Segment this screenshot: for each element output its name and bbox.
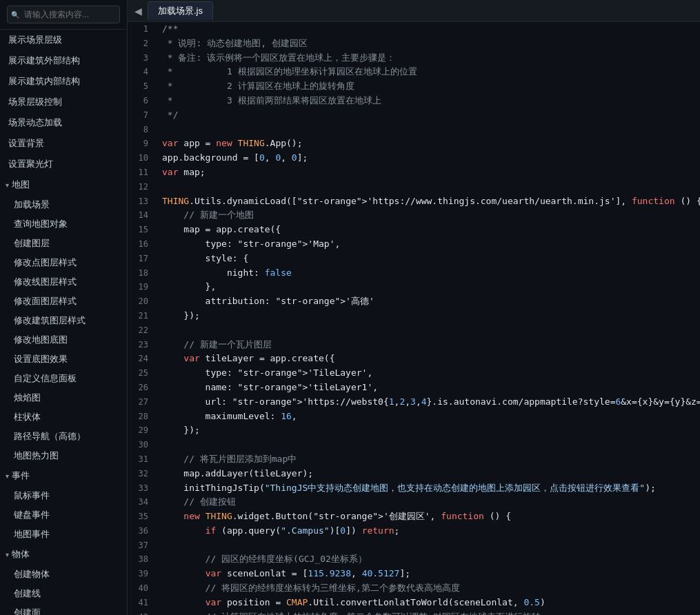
sidebar-item-show-building-interior[interactable]: 展示建筑内部结构 (0, 71, 127, 92)
sidebar-subitem-heatmap[interactable]: 烛焰图 (0, 388, 127, 407)
sidebar-subitem-create-face[interactable]: 创建面 (0, 603, 127, 615)
sidebar-subitem-modify-line-style[interactable]: 修改线图层样式 (0, 272, 127, 292)
line-number: 16 (128, 237, 155, 252)
line-number: 39 (128, 567, 155, 581)
sidebar-subitem-map-heatmap[interactable]: 地图热力图 (0, 446, 127, 465)
code-line-1: 1/** (128, 22, 700, 37)
sidebar-items: 展示场景层级展示建筑外部结构展示建筑内部结构场景层级控制场景动态加载设置背景设置… (0, 30, 127, 615)
line-number: 12 (128, 180, 155, 194)
code-line-30: 30 (128, 438, 700, 452)
sidebar-subitem-histogram[interactable]: 柱状体 (0, 407, 127, 427)
line-content (155, 323, 700, 338)
line-content: maximumLevel: 16, (155, 410, 700, 424)
line-content: // 园区的经纬度坐标(GCJ_02坐标系） (155, 552, 700, 567)
code-line-19: 19 }, (128, 280, 700, 294)
sidebar-subitem-set-map-effect[interactable]: 设置底图效果 (0, 350, 127, 369)
code-line-12: 12 (128, 180, 700, 194)
code-line-9: 9var app = new THING.App(); (128, 137, 700, 151)
line-content: // 新建一个地图 (155, 208, 700, 223)
line-number: 7 (128, 108, 155, 123)
sidebar-subitem-route-nav[interactable]: 路径导航（高德） (0, 427, 127, 446)
sidebar-subitem-modify-map-base[interactable]: 修改地图底图 (0, 330, 127, 350)
sidebar-subitem-modify-point-style[interactable]: 修改点图层样式 (0, 253, 127, 272)
line-content: // 计算园区在地球上的旋转角度，第二个参数可以调整,对园区在地球表面进行旋转 (155, 610, 700, 615)
sidebar-subitem-create-layer[interactable]: 创建图层 (0, 234, 127, 253)
line-number: 22 (128, 323, 155, 338)
code-line-40: 40 // 将园区的经纬度坐标转为三维坐标,第二个参数代表高地高度 (128, 581, 700, 596)
line-content: var sceneLonlat = [115.9238, 40.5127]; (155, 567, 700, 581)
line-number: 23 (128, 338, 155, 352)
sidebar-item-scene-level-control[interactable]: 场景层级控制 (0, 92, 127, 112)
line-number: 1 (128, 22, 155, 37)
sidebar-category-map-category[interactable]: ▾地图 (0, 174, 127, 195)
sidebar-subitem-load-scene[interactable]: 加载场景 (0, 195, 127, 214)
search-input[interactable] (7, 6, 120, 23)
line-content: // 将瓦片图层添加到map中 (155, 452, 700, 467)
line-number: 6 (128, 94, 155, 108)
code-editor[interactable]: 1/**2 * 说明: 动态创建地图, 创建园区3 * 备注: 该示例将一个园区… (128, 22, 700, 615)
sidebar-subitem-custom-info-panel[interactable]: 自定义信息面板 (0, 369, 127, 388)
search-container (0, 0, 127, 30)
sidebar-subitem-map-event[interactable]: 地图事件 (0, 525, 127, 544)
line-number: 27 (128, 395, 155, 410)
sidebar-subitem-create-object[interactable]: 创建物体 (0, 565, 127, 584)
sidebar-subitem-modify-building-style[interactable]: 修改建筑图层样式 (0, 311, 127, 330)
line-content: * 备注: 该示例将一个园区放置在地球上，主要步骤是： (155, 51, 700, 65)
code-line-35: 35 new THING.widget.Button("str-orange">… (128, 510, 700, 524)
code-table: 1/**2 * 说明: 动态创建地图, 创建园区3 * 备注: 该示例将一个园区… (128, 22, 700, 615)
code-line-25: 25 type: "str-orange">'TileLayer', (128, 366, 700, 381)
sidebar-category-event-category[interactable]: ▾事件 (0, 465, 127, 486)
code-line-10: 10app.background = [0, 0, 0]; (128, 151, 700, 165)
sidebar-subitem-modify-face-style[interactable]: 修改面图层样式 (0, 292, 127, 311)
line-number: 25 (128, 366, 155, 381)
line-number: 37 (128, 538, 155, 553)
line-number: 35 (128, 510, 155, 524)
sidebar-subitem-mouse-event[interactable]: 鼠标事件 (0, 486, 127, 505)
sidebar-subitem-create-line[interactable]: 创建线 (0, 584, 127, 603)
sidebar-subitem-keyboard-event[interactable]: 键盘事件 (0, 505, 127, 525)
code-line-13: 13THING.Utils.dynamicLoad(["str-orange">… (128, 194, 700, 209)
line-content: style: { (155, 252, 700, 266)
sidebar-category-object-category[interactable]: ▾物体 (0, 544, 127, 565)
line-number: 18 (128, 266, 155, 281)
sidebar-item-scene-dynamic-load[interactable]: 场景动态加载 (0, 112, 127, 133)
code-line-17: 17 style: { (128, 252, 700, 266)
line-number: 5 (128, 79, 155, 94)
line-content: var position = CMAP.Util.convertLonlatTo… (155, 596, 700, 610)
sidebar-item-set-spotlight[interactable]: 设置聚光灯 (0, 154, 127, 174)
code-line-42: 42 // 计算园区在地球上的旋转角度，第二个参数可以调整,对园区在地球表面进行… (128, 610, 700, 615)
line-number: 3 (128, 51, 155, 65)
sidebar-item-show-scene-level[interactable]: 展示场景层级 (0, 30, 127, 50)
line-number: 32 (128, 467, 155, 481)
line-number: 17 (128, 252, 155, 266)
line-content: new THING.widget.Button("str-orange">'创建… (155, 510, 700, 524)
code-line-31: 31 // 将瓦片图层添加到map中 (128, 452, 700, 467)
line-content: * 3 根据前两部结果将园区放置在地球上 (155, 94, 700, 108)
line-content: // 创建按钮 (155, 495, 700, 510)
sidebar-item-set-background[interactable]: 设置背景 (0, 133, 127, 154)
line-content: /** (155, 22, 700, 37)
line-content: }); (155, 309, 700, 323)
tab-arrow-left[interactable]: ◀ (130, 3, 146, 19)
code-line-41: 41 var position = CMAP.Util.convertLonla… (128, 596, 700, 610)
line-number: 31 (128, 452, 155, 467)
line-number: 29 (128, 423, 155, 438)
line-number: 8 (128, 123, 155, 137)
code-line-38: 38 // 园区的经纬度坐标(GCJ_02坐标系） (128, 552, 700, 567)
sidebar-subitem-query-map[interactable]: 查询地图对象 (0, 214, 127, 234)
category-label: 事件 (12, 470, 30, 482)
code-line-18: 18 night: false (128, 266, 700, 281)
line-content (155, 538, 700, 553)
search-wrapper (7, 6, 120, 23)
line-number: 30 (128, 438, 155, 452)
line-number: 2 (128, 37, 155, 51)
line-content (155, 438, 700, 452)
code-line-33: 33 initThingJsTip("ThingJS中支持动态创建地图，也支持在… (128, 481, 700, 496)
tab-load-scene[interactable]: 加载场景.js (148, 1, 213, 20)
arrow-icon: ▾ (6, 181, 9, 189)
line-content: type: "str-orange">'TileLayer', (155, 366, 700, 381)
code-line-29: 29 }); (128, 423, 700, 438)
line-content: night: false (155, 266, 700, 281)
code-line-7: 7 */ (128, 108, 700, 123)
sidebar-item-show-building-exterior[interactable]: 展示建筑外部结构 (0, 50, 127, 71)
